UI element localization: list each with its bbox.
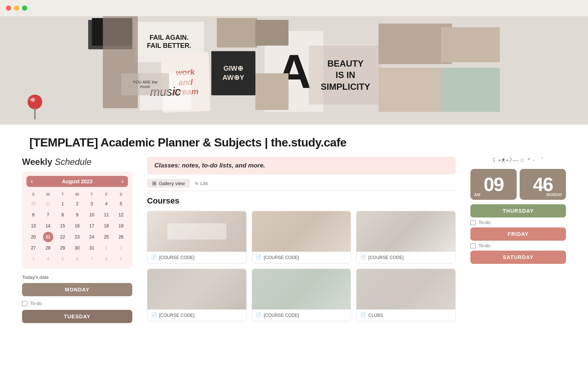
course-footer-5: 📄 [COURSE CODE] <box>252 309 351 321</box>
cal-day[interactable]: 1 <box>57 199 68 209</box>
course-card-1[interactable]: 📄 [COURSE CODE] <box>147 211 247 263</box>
course-footer-1: 📄 [COURSE CODE] <box>147 252 246 263</box>
cal-day[interactable]: 31 <box>43 199 53 209</box>
tab-gallery-view[interactable]: ⊞ Gallery view <box>147 179 190 188</box>
tab-list-view[interactable]: ≡ List <box>190 179 213 188</box>
course-thumb-2 <box>252 211 351 252</box>
course-footer-clubs: 📄 CLUBS <box>356 309 455 321</box>
page-title-section: [TEMPLATE] Academic Planner & Subjects |… <box>0 125 588 157</box>
todo-row: To-do <box>22 301 132 306</box>
cal-day-today[interactable]: 21 <box>43 232 53 242</box>
cal-day[interactable]: 23 <box>72 232 82 242</box>
right-checkbox-1[interactable] <box>470 220 476 225</box>
course-thumb-5 <box>252 269 351 309</box>
course-label-1: [COURSE CODE] <box>159 255 194 260</box>
cal-day[interactable]: 15 <box>57 221 68 231</box>
monday-button[interactable]: MONDAY <box>22 283 132 296</box>
cal-day[interactable]: 24 <box>87 232 97 242</box>
cal-day[interactable]: 1 <box>101 243 111 253</box>
cal-day[interactable]: 30 <box>72 243 82 253</box>
cal-day[interactable]: 25 <box>101 232 111 242</box>
calendar-widget: ‹ August 2023 › S M T W T F S 30 31 1 <box>22 171 132 269</box>
cal-day[interactable]: 29 <box>57 243 68 253</box>
cal-day[interactable]: 2 <box>72 199 82 209</box>
view-tabs: ⊞ Gallery view ≡ List <box>147 179 456 191</box>
cal-day[interactable]: 8 <box>57 210 68 220</box>
cal-day[interactable]: 31 <box>87 243 97 253</box>
maximize-button[interactable] <box>22 6 27 11</box>
cal-day[interactable]: 7 <box>43 210 53 220</box>
gallery-icon: ⊞ <box>152 180 157 186</box>
clock-hours: 09 <box>473 175 514 194</box>
course-doc-icon-2: 📄 <box>256 255 262 260</box>
cal-day[interactable]: 12 <box>116 210 126 220</box>
cal-day[interactable]: 6 <box>28 210 39 220</box>
right-todo-text-2: To-do <box>478 243 491 248</box>
course-label-5: [COURSE CODE] <box>264 313 299 318</box>
cal-day[interactable]: 30 <box>28 199 39 209</box>
cal-day[interactable]: 20 <box>28 232 39 242</box>
cal-day[interactable]: 26 <box>116 232 126 242</box>
cal-day[interactable]: 28 <box>43 243 53 253</box>
course-label-2: [COURSE CODE] <box>264 255 299 260</box>
cal-day[interactable]: 9 <box>72 210 82 220</box>
right-decoration: ʕ •ᴥ•ʔ—☆ *・゜ <box>470 157 566 164</box>
cal-day[interactable]: 16 <box>72 221 82 231</box>
cal-day[interactable]: 3 <box>87 199 97 209</box>
main-container: FAIL AGAIN.FAIL BETTER. workandDream GIW… <box>0 16 588 368</box>
cal-header-t2: T <box>85 191 99 198</box>
cal-day[interactable]: 14 <box>43 221 53 231</box>
cal-day[interactable]: 5 <box>57 254 68 264</box>
svg-rect-2 <box>34 108 36 120</box>
course-card-clubs[interactable]: 📄 CLUBS <box>356 269 456 321</box>
course-thumb-1 <box>147 211 246 252</box>
course-card-5[interactable]: 📄 [COURSE CODE] <box>252 269 351 321</box>
cal-day[interactable]: 19 <box>116 221 126 231</box>
right-todo-row-2: To-do <box>470 243 566 248</box>
cal-prev[interactable]: ‹ <box>31 178 33 185</box>
cal-header-w: W <box>70 191 84 198</box>
cal-day[interactable]: 10 <box>87 210 97 220</box>
cal-day[interactable]: 6 <box>72 254 82 264</box>
saturday-button[interactable]: SATURDAY <box>470 251 566 264</box>
thursday-button[interactable]: THURSDAY <box>470 204 566 217</box>
cal-day[interactable]: 17 <box>87 221 97 231</box>
cal-day[interactable]: 27 <box>28 243 39 253</box>
list-icon: ≡ <box>195 180 198 186</box>
close-button[interactable] <box>6 6 11 11</box>
cal-day[interactable]: 3 <box>28 254 39 264</box>
friday-button[interactable]: FRIDAY <box>470 227 566 241</box>
cal-header-t1: T <box>55 191 69 198</box>
tab-list-label: List <box>200 181 208 186</box>
course-label-4: [COURSE CODE] <box>159 313 194 318</box>
cal-day[interactable]: 4 <box>43 254 53 264</box>
cal-day[interactable]: 22 <box>57 232 68 242</box>
todo-checkbox[interactable] <box>22 301 27 306</box>
right-todo-text-1: To-do <box>478 220 491 225</box>
course-card-4[interactable]: 📄 [COURSE CODE] <box>147 269 247 321</box>
minimize-button[interactable] <box>14 6 19 11</box>
cal-day[interactable]: 13 <box>28 221 39 231</box>
pushpin <box>24 94 46 123</box>
cal-day[interactable]: 5 <box>116 199 126 209</box>
cal-day[interactable]: 2 <box>116 243 126 253</box>
cal-day[interactable]: 18 <box>101 221 111 231</box>
course-card-3[interactable]: 📄 [COURSE CODE] <box>356 211 456 263</box>
cal-next[interactable]: › <box>122 178 123 185</box>
cal-day[interactable]: 4 <box>101 199 111 209</box>
course-doc-icon-5: 📄 <box>256 312 262 318</box>
course-thumb-4 <box>147 269 246 309</box>
cal-day[interactable]: 7 <box>87 254 97 264</box>
cal-day[interactable]: 9 <box>116 254 126 264</box>
cal-day[interactable]: 11 <box>101 210 111 220</box>
cal-day[interactable]: 8 <box>101 254 111 264</box>
course-doc-icon-3: 📄 <box>360 255 366 260</box>
cal-header-s2: S <box>114 191 128 198</box>
tuesday-button[interactable]: TUESDAY <box>22 310 132 323</box>
course-thumb-clubs <box>356 269 455 309</box>
right-checkbox-2[interactable] <box>470 243 476 248</box>
calendar-grid: S M T W T F S 30 31 1 2 3 4 5 6 <box>26 191 128 264</box>
course-card-2[interactable]: 📄 [COURSE CODE] <box>252 211 351 263</box>
clock-hours-card: 09 AM <box>470 169 517 200</box>
middle-column: Classes: notes, to-do lists, and more. ⊞… <box>140 157 463 367</box>
